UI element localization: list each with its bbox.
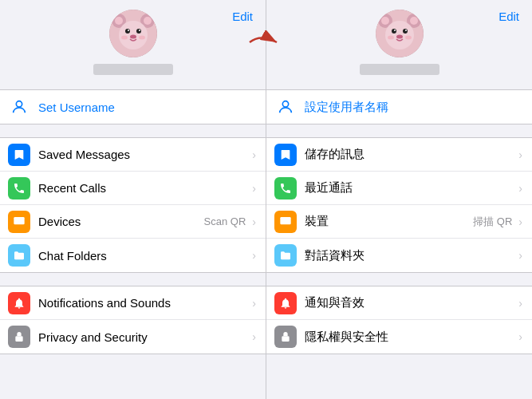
row-privacy-left[interactable]: Privacy and Security › [0,320,266,354]
name-bar-left [93,64,173,75]
svg-point-3 [115,17,123,25]
profile-section-left: Edit [0,0,266,83]
svg-point-13 [16,101,22,107]
svg-point-30 [282,101,288,107]
lock-icon-left [8,326,30,348]
privacy-label-left: Privacy and Security [38,330,249,344]
privacy-label-right: 隱私權與安全性 [305,330,515,345]
chevron-saved-left: › [252,148,256,161]
chevron-calls-right: › [518,182,522,195]
row-folders-right[interactable]: 對話資料夾 › [266,239,532,272]
phone-icon-left [8,177,30,200]
avatar-right [376,10,424,57]
chevron-devices-right: › [518,215,522,228]
gap-2-right [266,273,532,279]
row-calls-right[interactable]: 最近通話 › [266,172,532,205]
bell-icon-left [8,292,30,314]
username-section-left: Set Username [0,89,266,124]
chevron-privacy-left: › [252,330,256,343]
saved-label-left: Saved Messages [38,148,249,161]
row-devices-right[interactable]: 裝置 掃描 QR › [266,205,532,239]
bell-icon-right [274,292,297,314]
svg-point-25 [394,30,396,31]
group2-right: 通知與音效 › 隱私權與安全性 › [266,286,532,354]
edit-button-right[interactable]: Edit [499,10,519,23]
folders-label-left: Chat Folders [38,249,249,263]
profile-section-right: Edit [266,0,532,83]
svg-point-7 [136,29,141,34]
chevron-folders-right: › [518,249,522,262]
bookmark-icon-right [274,144,297,166]
desktop-icon-left [8,211,30,233]
username-icon-left [8,96,30,118]
saved-label-right: 儲存的訊息 [305,147,515,162]
avatar-image-left [109,10,157,57]
group1-right: 儲存的訊息 › 最近通話 › 裝置 掃描 QR › [266,137,532,273]
row-notif-left[interactable]: Notifications and Sounds › [0,286,266,320]
svg-point-21 [410,17,418,25]
svg-point-26 [405,30,407,31]
svg-point-12 [139,36,145,40]
svg-point-10 [130,35,136,39]
row-calls-left[interactable]: Recent Calls › [0,172,266,205]
svg-point-28 [388,36,394,40]
svg-rect-14 [14,217,24,224]
avatar-left [109,10,157,57]
avatar-image-right [376,10,424,57]
svg-point-4 [144,17,152,25]
svg-rect-31 [280,217,290,224]
profile-wrapper-left: Edit [0,0,266,83]
notif-label-left: Notifications and Sounds [38,296,249,310]
chevron-privacy-right: › [518,330,522,343]
row-saved-left[interactable]: Saved Messages › [0,138,266,172]
row-folders-left[interactable]: Chat Folders › [0,239,266,272]
group1-left: Saved Messages › Recent Calls › Devices … [0,137,266,273]
right-panel: Edit [266,0,532,399]
name-bar-right [360,64,439,75]
row-saved-right[interactable]: 儲存的訊息 › [266,138,532,172]
gap-1-left [0,124,266,131]
folder-icon-right [274,244,297,267]
group2-left: Notifications and Sounds › Privacy and S… [0,286,266,354]
person-icon-left [10,98,28,116]
edit-button-left[interactable]: Edit [232,10,253,23]
svg-point-23 [392,29,396,34]
svg-point-27 [396,35,403,39]
avatar-svg-right [376,10,424,57]
chevron-saved-right: › [518,148,522,161]
row-privacy-right[interactable]: 隱私權與安全性 › [266,320,532,354]
svg-point-11 [121,36,128,40]
desktop-icon-right [274,211,297,233]
devices-label-right: 裝置 [305,214,473,229]
folders-label-right: 對話資料夾 [305,248,515,263]
svg-point-24 [403,29,408,34]
calls-label-left: Recent Calls [38,181,249,195]
username-icon-right [274,96,297,118]
chevron-calls-left: › [252,182,256,195]
chevron-notif-right: › [518,297,522,310]
set-username-label-right: 設定使用者名稱 [305,100,388,115]
svg-point-9 [139,30,140,31]
svg-point-8 [128,30,129,31]
phone-icon-right [274,177,297,200]
devices-sub-left: Scan QR [204,215,246,227]
set-username-row-right[interactable]: 設定使用者名稱 [266,90,532,124]
chevron-folders-left: › [252,249,256,262]
folder-icon-left [8,244,30,267]
gap-1-right [266,124,532,131]
left-panel: Edit [0,0,266,399]
bookmark-icon-left [8,144,30,166]
svg-point-6 [125,29,130,34]
person-icon-right [277,98,294,116]
row-notif-right[interactable]: 通知與音效 › [266,286,532,320]
chevron-devices-left: › [252,215,256,228]
lock-icon-right [274,326,297,348]
devices-sub-right: 掃描 QR [473,215,512,229]
row-devices-left[interactable]: Devices Scan QR › [0,205,266,239]
screen: Edit [0,0,532,399]
gap-2-left [0,273,266,279]
calls-label-right: 最近通話 [305,180,515,196]
set-username-row-left[interactable]: Set Username [0,90,266,124]
svg-point-29 [405,36,412,40]
svg-rect-15 [15,336,22,342]
